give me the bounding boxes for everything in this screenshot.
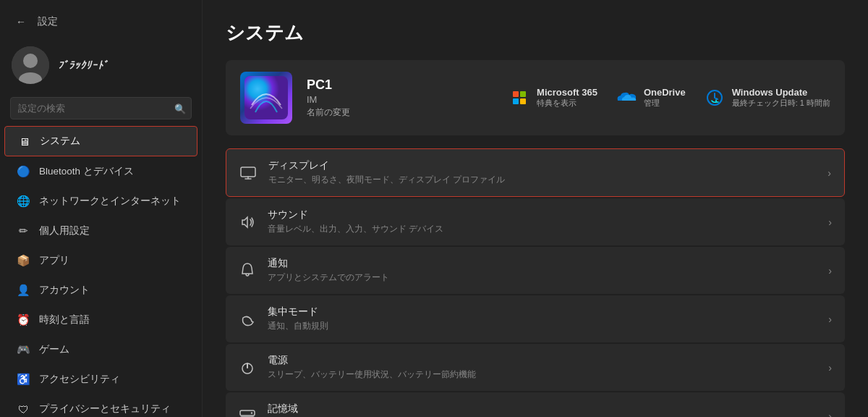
settings-icon-power (239, 359, 256, 376)
settings-chevron-storage: › (828, 410, 832, 418)
settings-text-sound: サウンド 音量レベル、出力、入力、サウンド デバイス (268, 208, 817, 235)
avatar (12, 46, 49, 84)
settings-text-storage: 記憶域 ストレージ領域、ドライブ、構成規則 (268, 403, 817, 417)
service-icon-windows-update (703, 86, 726, 109)
sidebar-item-network[interactable]: 🌐 ネットワークとインターネット (4, 187, 197, 216)
pc-thumbnail (240, 72, 292, 124)
sidebar-item-system[interactable]: 🖥 システム (4, 126, 197, 156)
nav-icon-apps: 📦 (16, 253, 30, 268)
settings-chevron-power: › (828, 362, 832, 374)
settings-text-power: 電源 スリープ、バッテリー使用状況、バッテリー節約機能 (268, 354, 817, 381)
pc-info-card: PC1 IM 名前の変更 Microsoft 365 特典を表示 OneDriv… (226, 60, 845, 135)
settings-desc-power: スリープ、バッテリー使用状況、バッテリー節約機能 (268, 368, 817, 381)
settings-title-focus: 集中モード (268, 306, 817, 319)
sidebar-item-privacy[interactable]: 🛡 プライバシーとセキュリティ (4, 395, 197, 417)
service-info-onedrive: OneDrive 管理 (644, 87, 686, 109)
nav-label-personalization: 個人用設定 (39, 224, 90, 237)
settings-chevron-notifications: › (828, 265, 832, 277)
settings-title-power: 電源 (268, 354, 817, 367)
main-content: システム PC1 IM 名前の変更 (203, 0, 868, 417)
settings-item-sound[interactable]: サウンド 音量レベル、出力、入力、サウンド デバイス › (226, 198, 845, 245)
service-info-windows-update: Windows Update 最終チェック日時: 1 時間前 (732, 87, 830, 109)
service-action-m365: 特典を表示 (537, 98, 597, 109)
user-section: ﾌﾞﾗｯｸﾘｰﾄﾞ (0, 39, 202, 94)
settings-top-title: 設定 (38, 15, 58, 28)
pc-details: PC1 IM 名前の変更 (307, 77, 493, 119)
settings-item-power[interactable]: 電源 スリープ、バッテリー使用状況、バッテリー節約機能 › (226, 344, 845, 391)
settings-text-focus: 集中モード 通知、自動規則 (268, 306, 817, 332)
settings-list: ディスプレイ モニター、明るさ、夜間モード、ディスプレイ プロファイル › サウ… (226, 148, 845, 417)
settings-desc-sound: 音量レベル、出力、入力、サウンド デバイス (268, 223, 817, 235)
search-input[interactable] (10, 97, 192, 119)
sidebar-item-time[interactable]: ⏰ 時刻と言語 (4, 306, 197, 334)
service-action-onedrive: 管理 (644, 98, 686, 109)
settings-chevron-display: › (827, 167, 831, 179)
settings-icon-sound (239, 214, 256, 231)
settings-chevron-focus: › (828, 313, 832, 325)
sidebar: ← 設定 ﾌﾞﾗｯｸﾘｰﾄﾞ 🔍 🖥 システム 🔵 Bluetooth とデバイ… (0, 0, 203, 417)
search-icon: 🔍 (174, 103, 186, 114)
nav-label-bluetooth: Bluetooth とデバイス (39, 165, 134, 178)
service-icon-onedrive (615, 86, 638, 109)
nav-icon-privacy: 🛡 (16, 402, 30, 416)
service-item-m365[interactable]: Microsoft 365 特典を表示 (508, 86, 597, 109)
settings-title-sound: サウンド (268, 208, 817, 222)
sidebar-item-bluetooth[interactable]: 🔵 Bluetooth とデバイス (4, 157, 197, 186)
service-item-windows-update[interactable]: Windows Update 最終チェック日時: 1 時間前 (703, 86, 830, 109)
settings-item-display[interactable]: ディスプレイ モニター、明るさ、夜間モード、ディスプレイ プロファイル › (226, 148, 845, 197)
sidebar-item-accounts[interactable]: 👤 アカウント (4, 276, 197, 305)
service-action-windows-update: 最終チェック日時: 1 時間前 (732, 98, 830, 109)
nav-label-system: システム (40, 135, 80, 148)
svg-point-1 (23, 54, 38, 68)
nav-icon-accessibility: ♿ (16, 372, 30, 387)
nav-label-accessibility: アクセシビリティ (39, 373, 120, 386)
search-box[interactable]: 🔍 (10, 97, 192, 119)
settings-chevron-sound: › (828, 216, 832, 228)
pc-services: Microsoft 365 特典を表示 OneDrive 管理 Windows … (508, 86, 830, 109)
settings-desc-notifications: アプリとシステムでのアラート (268, 271, 817, 284)
settings-text-notifications: 通知 アプリとシステムでのアラート (268, 257, 817, 284)
sidebar-item-personalization[interactable]: ✏ 個人用設定 (4, 216, 197, 245)
nav-list: 🖥 システム 🔵 Bluetooth とデバイス 🌐 ネットワークとインターネッ… (0, 125, 202, 417)
settings-item-notifications[interactable]: 通知 アプリとシステムでのアラート › (226, 247, 845, 294)
sidebar-item-apps[interactable]: 📦 アプリ (4, 246, 197, 275)
sidebar-item-gaming[interactable]: 🎮 ゲーム (4, 335, 197, 364)
service-name-windows-update: Windows Update (732, 87, 830, 98)
settings-icon-display (239, 164, 257, 182)
user-name: ﾌﾞﾗｯｸﾘｰﾄﾞ (58, 59, 109, 71)
settings-title-storage: 記憶域 (268, 403, 817, 416)
sidebar-header: ← 設定 (0, 0, 202, 39)
back-button[interactable]: ← (12, 13, 30, 30)
settings-title-display: ディスプレイ (268, 159, 816, 172)
user-info: ﾌﾞﾗｯｸﾘｰﾄﾞ (58, 59, 109, 71)
service-name-m365: Microsoft 365 (537, 87, 597, 98)
nav-label-time: 時刻と言語 (39, 313, 90, 327)
settings-icon-storage (239, 408, 256, 418)
svg-point-9 (251, 412, 252, 413)
nav-icon-gaming: 🎮 (16, 342, 30, 357)
settings-icon-notifications (239, 262, 256, 279)
nav-label-apps: アプリ (39, 254, 69, 267)
settings-item-storage[interactable]: 記憶域 ストレージ領域、ドライブ、構成規則 › (226, 392, 845, 417)
settings-item-focus[interactable]: 集中モード 通知、自動規則 › (226, 295, 845, 342)
service-name-onedrive: OneDrive (644, 87, 686, 98)
settings-text-display: ディスプレイ モニター、明るさ、夜間モード、ディスプレイ プロファイル (268, 159, 816, 186)
nav-icon-personalization: ✏ (16, 224, 30, 238)
nav-icon-bluetooth: 🔵 (16, 164, 30, 179)
nav-icon-time: ⏰ (16, 313, 30, 327)
sidebar-item-accessibility[interactable]: ♿ アクセシビリティ (4, 365, 197, 394)
pc-rename-link[interactable]: 名前の変更 (307, 107, 350, 117)
nav-icon-accounts: 👤 (16, 283, 30, 298)
service-item-onedrive[interactable]: OneDrive 管理 (615, 86, 686, 109)
page-title: システム (226, 20, 845, 46)
settings-title-notifications: 通知 (268, 257, 817, 270)
nav-label-privacy: プライバシーとセキュリティ (39, 403, 171, 416)
pc-name: PC1 (307, 77, 493, 93)
nav-label-gaming: ゲーム (39, 343, 69, 356)
nav-label-accounts: アカウント (39, 284, 90, 297)
service-info-m365: Microsoft 365 特典を表示 (537, 87, 597, 109)
svg-rect-5 (241, 167, 255, 177)
nav-icon-system: 🖥 (17, 134, 31, 148)
service-icon-m365 (508, 86, 531, 109)
pc-subtitle: IM (307, 94, 493, 105)
